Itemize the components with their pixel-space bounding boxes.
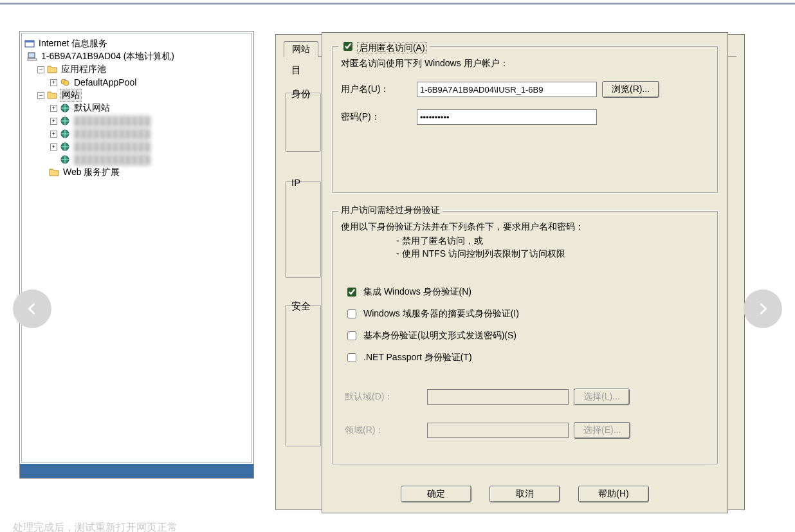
tree-computer-label: 1-6B9A7A1B9AD04 (本地计算机) bbox=[40, 51, 174, 62]
svg-rect-3 bbox=[28, 59, 37, 60]
tree-default-app-pool[interactable]: + DefaultAppPool bbox=[24, 76, 249, 89]
tree-site-blurred-label: ████████████ bbox=[73, 142, 151, 152]
tree-root[interactable]: Internet 信息服务 bbox=[24, 37, 249, 50]
folder-icon bbox=[47, 90, 57, 100]
folder-icon bbox=[47, 64, 57, 75]
iis-tree-window: Internet 信息服务 1-6B9A7A1B9AD04 (本地计算机) − … bbox=[19, 31, 254, 479]
chevron-left-icon bbox=[25, 302, 39, 316]
tree-computer[interactable]: 1-6B9A7A1B9AD04 (本地计算机) bbox=[24, 50, 249, 63]
browse-button[interactable]: 浏览(R)... bbox=[602, 81, 659, 98]
tree-status-strip bbox=[20, 464, 253, 478]
svg-rect-2 bbox=[28, 53, 35, 58]
ok-button[interactable]: 确定 bbox=[401, 486, 471, 502]
bg-group-identity bbox=[285, 93, 321, 152]
bg-sub-label: 目 bbox=[291, 64, 301, 77]
password-label: 密码(P)： bbox=[341, 111, 412, 123]
password-input[interactable] bbox=[417, 109, 597, 125]
auth-desc-3: - 使用 NTFS 访问控制列表限制了访问权限 bbox=[396, 248, 565, 260]
tree-site-blurred-label: ████████████ bbox=[73, 116, 151, 126]
expand-toggle[interactable]: + bbox=[50, 131, 57, 138]
tree-site-item[interactable]: + ████████████ bbox=[24, 140, 249, 153]
expand-toggle[interactable]: − bbox=[37, 66, 44, 73]
select-realm-button: 选择(E)... bbox=[574, 422, 630, 439]
tree-web-ext-label: Web 服务扩展 bbox=[62, 167, 120, 178]
help-button[interactable]: 帮助(H) bbox=[578, 486, 649, 502]
site-icon bbox=[60, 154, 70, 165]
nav-prev[interactable] bbox=[13, 289, 51, 328]
expand-toggle[interactable]: + bbox=[50, 118, 57, 125]
app-pool-icon bbox=[60, 77, 70, 87]
chk-digest-label: Windows 域服务器的摘要式身份验证(I) bbox=[363, 308, 519, 320]
tab-site[interactable]: 网站 bbox=[284, 41, 318, 57]
page-caption: 处理完成后，测试重新打开网页正常 bbox=[13, 521, 178, 532]
chk-integrated-label: 集成 Windows 身份验证(N) bbox=[363, 286, 471, 298]
tree-websites[interactable]: − 网站 bbox=[24, 89, 249, 102]
bg-group-security bbox=[285, 305, 321, 446]
expand-toggle[interactable]: + bbox=[50, 79, 57, 86]
site-icon bbox=[60, 129, 70, 139]
site-icon bbox=[60, 116, 70, 126]
bg-group-identity-label: 身份 bbox=[291, 88, 311, 100]
tree-site-blurred-label: ████████████ bbox=[73, 154, 151, 165]
tree-default-app-pool-label: DefaultAppPool bbox=[73, 77, 136, 87]
tree-site-item[interactable]: + ████████████ bbox=[24, 115, 249, 127]
select-domain-button: 选择(L)... bbox=[574, 389, 630, 405]
realm-label: 领域(R)： bbox=[345, 425, 422, 436]
bg-group-ip bbox=[285, 181, 321, 278]
tree-root-label: Internet 信息服务 bbox=[37, 38, 107, 50]
tree-site-blurred-label: ████████████ bbox=[73, 129, 151, 139]
tree-site-item[interactable]: + ████████████ bbox=[24, 127, 249, 140]
realm-input bbox=[427, 423, 569, 438]
iis-tree[interactable]: Internet 信息服务 1-6B9A7A1B9AD04 (本地计算机) − … bbox=[21, 33, 252, 463]
group-authenticated-title: 用户访问需经过身份验证 bbox=[338, 205, 443, 216]
svg-rect-1 bbox=[25, 41, 34, 42]
expand-toggle[interactable]: − bbox=[37, 92, 44, 99]
chk-passport-label: .NET Passport 身份验证(T) bbox=[363, 352, 472, 363]
iis-root-icon bbox=[24, 39, 35, 49]
username-label: 用户名(U)： bbox=[341, 84, 412, 95]
authentication-methods-dialog: 启用匿名访问(A) 对匿名访问使用下列 Windows 用户帐户： 用户名(U)… bbox=[322, 32, 728, 513]
tree-web-ext[interactable]: Web 服务扩展 bbox=[24, 166, 249, 179]
chk-digest[interactable] bbox=[347, 309, 356, 318]
anon-enabled-label: 启用匿名访问(A) bbox=[357, 42, 427, 53]
chk-integrated-windows[interactable] bbox=[347, 288, 356, 297]
anon-desc: 对匿名访问使用下列 Windows 用户帐户： bbox=[341, 58, 509, 69]
tree-default-site[interactable]: + 默认网站 bbox=[24, 102, 249, 115]
anon-enabled-checkbox[interactable] bbox=[343, 42, 352, 51]
chk-basic-label: 基本身份验证(以明文形式发送密码)(S) bbox=[363, 330, 516, 342]
group-anonymous-title: 启用匿名访问(A) bbox=[338, 40, 430, 54]
nav-next[interactable] bbox=[744, 289, 782, 328]
tree-site-item[interactable]: ████████████ bbox=[24, 153, 249, 166]
group-authenticated: 用户访问需经过身份验证 使用以下身份验证方法并在下列条件下，要求用户名和密码： … bbox=[331, 210, 718, 465]
site-icon bbox=[60, 103, 70, 113]
username-input[interactable] bbox=[417, 82, 597, 97]
bg-group-security-label: 安全 bbox=[291, 300, 311, 313]
svg-point-5 bbox=[64, 80, 69, 86]
tree-app-pool-label: 应用程序池 bbox=[60, 64, 106, 75]
computer-icon bbox=[27, 51, 37, 62]
auth-desc-1: 使用以下身份验证方法并在下列条件下，要求用户名和密码： bbox=[341, 221, 584, 233]
auth-desc-2: - 禁用了匿名访问，或 bbox=[396, 235, 483, 247]
expand-toggle[interactable]: + bbox=[50, 105, 57, 112]
chk-basic[interactable] bbox=[347, 331, 356, 340]
bg-group-ip-label: IP bbox=[291, 177, 300, 188]
chevron-right-icon bbox=[756, 302, 770, 316]
expand-toggle[interactable]: + bbox=[50, 143, 57, 151]
tree-app-pool[interactable]: − 应用程序池 bbox=[24, 63, 249, 76]
tree-default-site-label: 默认网站 bbox=[73, 102, 110, 114]
cancel-button[interactable]: 取消 bbox=[489, 486, 560, 502]
tree-websites-label: 网站 bbox=[60, 89, 82, 102]
folder-icon bbox=[49, 167, 59, 178]
default-domain-input bbox=[427, 389, 569, 405]
default-domain-label: 默认域(D)： bbox=[345, 391, 422, 403]
expand-spacer bbox=[50, 156, 57, 163]
group-anonymous: 启用匿名访问(A) 对匿名访问使用下列 Windows 用户帐户： 用户名(U)… bbox=[331, 46, 718, 194]
site-icon bbox=[60, 142, 70, 152]
chk-passport[interactable] bbox=[347, 353, 356, 362]
